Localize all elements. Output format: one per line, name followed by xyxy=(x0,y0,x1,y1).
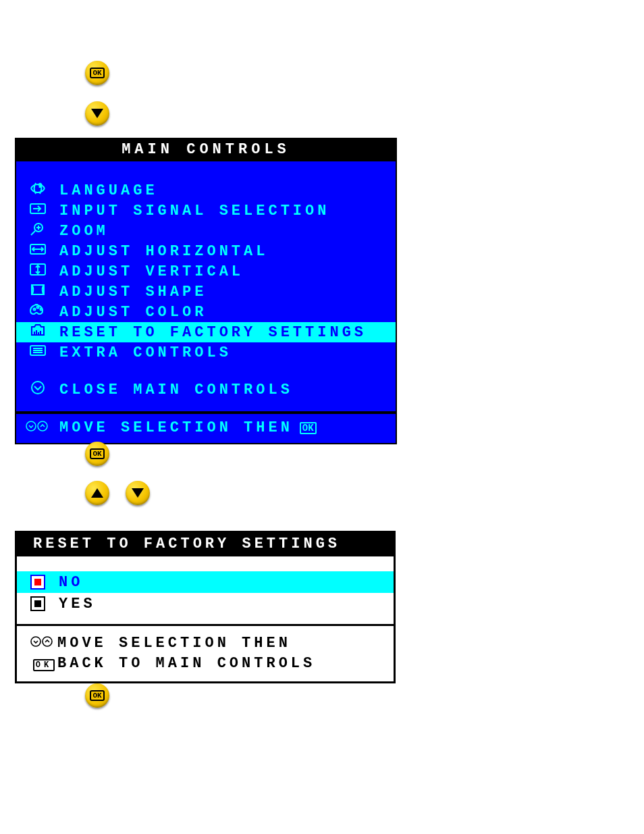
svg-point-7 xyxy=(41,309,43,311)
menu-label: ADJUST VERTICAL xyxy=(50,263,244,280)
option-no[interactable]: NO xyxy=(17,571,394,593)
menu-label: RESET TO FACTORY SETTINGS xyxy=(50,324,367,341)
language-icon: ? xyxy=(26,181,50,200)
close-down-icon xyxy=(26,380,50,399)
input-icon xyxy=(26,201,50,220)
panel-footer: MOVE SELECTION THEN OK xyxy=(16,411,396,443)
up-button[interactable] xyxy=(85,481,109,505)
panel-title: RESET TO FACTORY SETTINGS xyxy=(17,533,394,556)
menu-item-input[interactable]: INPUT SIGNAL SELECTION xyxy=(16,201,396,221)
option-label: YES xyxy=(59,596,96,613)
svg-point-5 xyxy=(34,309,36,311)
svg-point-9 xyxy=(32,382,44,394)
menu-item-shape[interactable]: ADJUST SHAPE xyxy=(16,282,396,302)
checkbox-icon xyxy=(30,596,45,611)
option-yes[interactable]: YES xyxy=(17,593,394,615)
menu-label: ZOOM xyxy=(50,223,109,240)
svg-point-13 xyxy=(43,637,52,646)
horiz-icon xyxy=(26,242,50,261)
vert-icon xyxy=(26,262,50,281)
panel-footer: MOVE SELECTION THEN OK BACK TO MAIN CONT… xyxy=(17,624,394,681)
close-label: CLOSE MAIN CONTROLS xyxy=(50,382,293,398)
ok-icon: OK xyxy=(30,655,57,672)
menu-item-zoom[interactable]: ZOOM xyxy=(16,221,396,241)
menu-item-horizontal[interactable]: ADJUST HORIZONTAL xyxy=(16,241,396,261)
shape-icon xyxy=(26,282,50,301)
footer-text: MOVE SELECTION THEN xyxy=(55,419,293,436)
menu-label: INPUT SIGNAL SELECTION xyxy=(50,203,329,219)
menu-item-extra[interactable]: EXTRA CONTROLS xyxy=(16,342,396,363)
menu-item-language[interactable]: ? LANGUAGE xyxy=(16,180,396,201)
panel-title: MAIN CONTROLS xyxy=(16,139,396,161)
color-icon xyxy=(26,303,50,321)
triangle-up-icon xyxy=(91,488,103,498)
ok-icon: OK xyxy=(90,448,104,459)
ok-button[interactable]: OK xyxy=(85,683,109,708)
zoom-icon xyxy=(26,221,50,240)
extra-icon xyxy=(26,343,50,362)
updown-icon xyxy=(26,420,55,436)
svg-point-6 xyxy=(37,307,39,309)
footer-text: BACK TO MAIN CONTROLS xyxy=(57,655,315,672)
menu-item-color[interactable]: ADJUST COLOR xyxy=(16,302,396,322)
option-label: NO xyxy=(59,574,83,591)
checkbox-icon xyxy=(30,575,45,590)
menu-item-reset[interactable]: RESET TO FACTORY SETTINGS xyxy=(16,322,396,342)
menu-label: ADJUST SHAPE xyxy=(50,284,207,301)
menu-label: LANGUAGE xyxy=(50,182,158,199)
menu-label: ADJUST COLOR xyxy=(50,304,207,321)
down-button[interactable] xyxy=(126,481,150,505)
down-button[interactable] xyxy=(85,101,109,126)
ok-button[interactable]: OK xyxy=(85,442,109,466)
ok-icon: OK xyxy=(300,422,317,434)
svg-point-12 xyxy=(31,637,41,646)
svg-text:?: ? xyxy=(38,182,42,188)
main-controls-panel: MAIN CONTROLS ? LANGUAGE INPUT SIGNAL SE… xyxy=(15,138,397,444)
footer-text: MOVE SELECTION THEN xyxy=(57,635,291,652)
menu-item-close[interactable]: CLOSE MAIN CONTROLS xyxy=(16,380,396,411)
menu-label: EXTRA CONTROLS xyxy=(50,344,232,361)
svg-point-11 xyxy=(38,421,47,431)
triangle-down-icon xyxy=(132,488,144,498)
ok-icon: OK xyxy=(90,690,104,701)
triangle-down-icon xyxy=(91,109,103,118)
reset-icon xyxy=(26,323,50,342)
svg-point-10 xyxy=(26,421,36,431)
ok-button[interactable]: OK xyxy=(85,61,109,85)
ok-icon: OK xyxy=(90,68,104,78)
reset-panel: RESET TO FACTORY SETTINGS NO YES MOVE SE… xyxy=(15,531,396,683)
menu-label: ADJUST HORIZONTAL xyxy=(50,243,268,260)
menu-item-vertical[interactable]: ADJUST VERTICAL xyxy=(16,261,396,282)
updown-icon xyxy=(30,635,57,650)
